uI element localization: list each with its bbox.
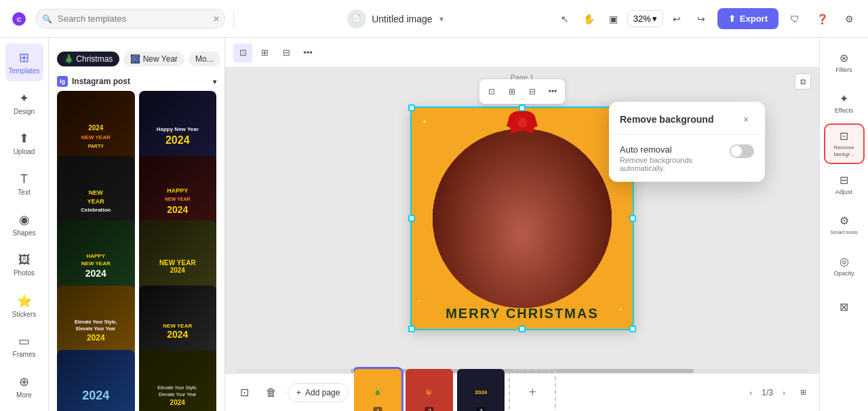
frame-tool-btn[interactable]: ⊡ xyxy=(233,43,252,62)
crop-icon: ⊠ xyxy=(840,300,848,313)
page-thumb-3[interactable]: 2024 3 xyxy=(457,369,505,412)
auto-removal-label: Auto removal xyxy=(620,144,724,155)
auto-removal-desc: Remove backgrounds automatically. xyxy=(620,156,724,172)
handle-bottom-right[interactable] xyxy=(629,326,636,332)
tag-christmas[interactable]: 🎄 Christmas xyxy=(57,52,119,66)
page-thumb-num-2: 2 xyxy=(425,407,434,412)
floating-toolbar: ⊡ ⊞ ⊟ ••• xyxy=(479,79,565,104)
undo-btn[interactable]: ↩ xyxy=(666,8,688,30)
logo[interactable]: C xyxy=(8,8,30,30)
topbar-tools: ↖ ✋ ▣ 32% ▾ ↩ ↪ xyxy=(554,8,712,30)
auto-removal-text: Auto removal Remove backgrounds automati… xyxy=(620,144,724,172)
sidebar-item-upload[interactable]: ⬆ Upload xyxy=(5,125,43,163)
popup-close-button[interactable]: × xyxy=(738,111,754,128)
clear-search-icon[interactable]: ✕ xyxy=(213,14,220,24)
opacity-tool[interactable]: ◎ Opacity xyxy=(825,247,863,285)
search-icon: 🔍 xyxy=(42,14,52,24)
tag-newyear[interactable]: 🎆 New Year xyxy=(123,52,184,66)
page-view-btn[interactable]: ⊡ xyxy=(795,73,811,90)
filters-label: Filters xyxy=(835,66,852,73)
remove-bg-icon: ⊡ xyxy=(840,130,848,142)
remove-background-tool[interactable]: ⊡ Remove backgr... xyxy=(825,125,863,163)
more-icon: ⊕ xyxy=(19,374,29,389)
handle-bottom-middle[interactable] xyxy=(519,326,526,332)
sidebar-item-text[interactable]: T Text xyxy=(5,165,43,203)
hand-tool-btn[interactable]: ✋ xyxy=(578,8,600,30)
lock-tool-btn[interactable]: ⊟ xyxy=(277,43,296,62)
topbar: C 🔍 New Year ✕ 📄 Untitled image ▾ ↖ ✋ ▣ … xyxy=(0,0,868,38)
section-caret[interactable]: ▾ xyxy=(213,78,216,85)
handle-middle-right[interactable] xyxy=(629,215,636,222)
zoom-level: 32% xyxy=(633,14,651,24)
delete-page-btn[interactable]: 🗑 xyxy=(260,382,282,404)
duplicate-page-btn[interactable]: ⊡ xyxy=(233,382,255,404)
more-canvas-btn[interactable]: ••• xyxy=(298,43,317,62)
page-thumb-2[interactable]: 🎁 2 xyxy=(406,369,453,412)
smart-tools-icon: ⚙ xyxy=(840,214,849,227)
crop-tool[interactable]: ⊠ xyxy=(825,288,863,326)
popup-header: Remove background × xyxy=(609,102,765,135)
handle-bottom-left[interactable] xyxy=(408,326,415,332)
add-page-thumb[interactable]: + xyxy=(509,369,556,412)
canvas-content[interactable]: ✦ ✦ ✦ ✦ ✦ MERRY CHRISTMAS xyxy=(410,106,634,330)
float-frame-btn[interactable]: ⊡ xyxy=(482,82,501,101)
more-label: More xyxy=(16,391,32,399)
popup-body: Auto removal Remove backgrounds automati… xyxy=(609,135,765,182)
canvas-area: ⊡ ⊞ ⊟ ••• Page 1 ⊡ xyxy=(225,38,819,411)
doc-title-caret[interactable]: ▾ xyxy=(439,14,443,24)
help-icon-btn[interactable]: ❓ xyxy=(811,8,833,30)
canvas-main[interactable]: Page 1 ⊡ xyxy=(225,68,819,369)
add-page-button[interactable]: + Add page xyxy=(288,383,349,402)
handle-middle-left[interactable] xyxy=(408,215,415,222)
doc-title: Untitled image xyxy=(372,14,433,24)
sidebar-item-stickers[interactable]: ⭐ Stickers xyxy=(5,287,43,325)
sidebar-item-photos[interactable]: 🖼 Photos xyxy=(5,246,43,284)
search-input[interactable]: New Year xyxy=(35,9,225,28)
filters-tool[interactable]: ⊛ Filters xyxy=(825,43,863,81)
export-button[interactable]: ⬆ Export xyxy=(717,8,778,29)
float-crop-btn[interactable]: ⊟ xyxy=(523,82,542,101)
grid-tool-btn[interactable]: ⊞ xyxy=(255,43,274,62)
zoom-control[interactable]: 32% ▾ xyxy=(627,10,663,27)
tag-more[interactable]: Mo... xyxy=(189,52,220,66)
design-icon: ✦ xyxy=(19,91,29,106)
settings-icon-btn[interactable]: ⚙ xyxy=(838,8,860,30)
panel-header xyxy=(49,38,224,52)
smart-tools-tool[interactable]: ⚙ Smart tools xyxy=(825,206,863,244)
page-thumb-1[interactable]: 🎄 1 xyxy=(354,369,401,412)
redo-btn[interactable]: ↪ xyxy=(690,8,712,30)
sidebar-item-design[interactable]: ✦ Design xyxy=(5,84,43,122)
page-prev-btn[interactable]: ‹ xyxy=(743,385,759,401)
sidebar-item-templates[interactable]: ⊞ Templates xyxy=(5,43,43,81)
page-next-btn[interactable]: › xyxy=(776,385,792,401)
remove-bg-label: Remove backgr... xyxy=(825,144,863,157)
pointer-tool-btn[interactable]: ↖ xyxy=(554,8,576,30)
sidebar-item-more[interactable]: ⊕ More xyxy=(5,368,43,406)
page-thumb-num-1: 1 xyxy=(374,407,382,412)
effects-tool[interactable]: ✦ Effects xyxy=(825,84,863,122)
sidebar-item-frames[interactable]: ▭ Frames xyxy=(5,327,43,365)
add-page-label: Add page xyxy=(305,388,340,397)
adjust-tool[interactable]: ⊟ Adjust xyxy=(825,165,863,203)
sidebar-item-shapes[interactable]: ◉ Shapes xyxy=(5,206,43,243)
export-label: Export xyxy=(740,14,768,24)
template-item[interactable]: Elevate Your Style,Elevate Your Year2024 xyxy=(139,350,217,411)
handle-top-middle[interactable] xyxy=(519,104,526,111)
main-layout: ⊞ Templates ✦ Design ⬆ Upload T Text ◉ S… xyxy=(0,38,868,411)
float-more-btn[interactable]: ••• xyxy=(543,82,562,101)
layout-tool-btn[interactable]: ▣ xyxy=(603,8,625,30)
page-grid-view-btn[interactable]: ⊞ xyxy=(795,385,811,401)
topbar-right: ⬆ Export 🛡 ❓ ⚙ xyxy=(717,8,860,30)
upload-label: Upload xyxy=(14,148,35,155)
auto-removal-toggle[interactable] xyxy=(730,144,754,158)
bottom-bar: ⊡ 🗑 + Add page 🎄 1 🎁 2 2024 3 xyxy=(225,373,819,411)
opacity-label: Opacity xyxy=(833,270,854,277)
float-grid-btn[interactable]: ⊞ xyxy=(502,82,521,101)
shapes-icon: ◉ xyxy=(19,212,30,227)
template-item[interactable]: 2024 xyxy=(57,350,135,411)
handle-top-left[interactable] xyxy=(408,104,415,111)
remove-background-popup: Remove background × Auto removal Remove … xyxy=(609,102,765,182)
shield-icon-btn[interactable]: 🛡 xyxy=(784,8,806,30)
topbar-center: 📄 Untitled image ▾ xyxy=(242,9,549,28)
export-icon: ⬆ xyxy=(728,14,736,24)
